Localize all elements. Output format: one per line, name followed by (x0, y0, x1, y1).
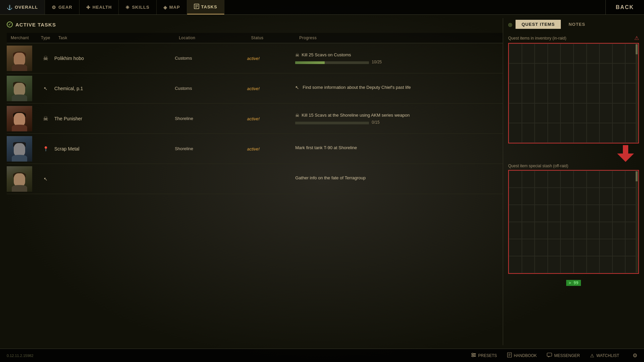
progress-desc-4: Mark first tank T-90 at Shoreline (295, 145, 503, 150)
grid-cell (560, 171, 574, 188)
merchant-face-2 (11, 81, 28, 101)
nav-item-tasks[interactable]: TASKS (187, 0, 224, 14)
settings-gear-icon[interactable]: ⚙ (633, 352, 637, 359)
grid-cell (599, 83, 612, 103)
tab-quest-items[interactable]: QUEST ITEMS (516, 20, 561, 29)
grid-cell (599, 239, 612, 256)
grid-cell (535, 256, 548, 273)
grid-cell (612, 188, 626, 205)
progress-bar-row-3: 0/15 (295, 120, 503, 125)
in-raid-label-text: Quest items in inventory (in-raid) (508, 36, 566, 41)
task-name-2: Chemical, p.1 (54, 86, 83, 91)
status-cell-2: active! (247, 73, 296, 104)
grid-cell (548, 222, 561, 239)
location-cell-5 (175, 164, 247, 194)
watchlist-label: WATCHLIST (596, 353, 619, 358)
nav-item-gear[interactable]: ⚙ GEAR (45, 0, 79, 14)
tasks-scroll-area[interactable]: Merchant Type Task Location Status Progr… (7, 33, 503, 194)
grid-cell (587, 103, 600, 123)
grid-cell (560, 188, 574, 205)
nav-item-skills[interactable]: ❈ SKILLS (119, 0, 156, 14)
grid-cell (535, 188, 548, 205)
status-badge-2: active! (247, 86, 260, 91)
bottom-item-watchlist[interactable]: ⚠ WATCHLIST (590, 353, 619, 358)
table-row[interactable]: Polikhim hobo Customs active! ☠ Kill 25 … (7, 43, 503, 73)
counter-row: > 99 (508, 280, 639, 286)
grid-cell (574, 188, 587, 205)
bottom-item-handbook[interactable]: HANDBOOK (507, 352, 537, 359)
grid-cell (587, 83, 600, 103)
location-4: Shoreline (175, 146, 193, 151)
bottom-item-messenger[interactable]: MESSENGER (547, 353, 580, 358)
task-name-cell-2: Chemical, p.1 (54, 73, 175, 104)
progress-text-5: Gather info on the fate of Terragroup (295, 175, 366, 180)
messenger-label: MESSENGER (554, 353, 580, 358)
gear-icon: ⚙ (52, 5, 56, 10)
status-cell-5 (247, 164, 296, 194)
grid-cell (548, 239, 561, 256)
table-row[interactable]: Scrap Metal Shoreline active! Mark first… (7, 134, 503, 164)
scroll-bar-in-raid[interactable] (636, 44, 638, 142)
grid-cell (548, 123, 561, 143)
grid-cell (560, 44, 574, 63)
grid-cell (522, 63, 535, 83)
grid-cell (574, 123, 587, 143)
table-row[interactable]: Gather info on the fate of Terragroup (7, 164, 503, 194)
tab-notes[interactable]: NOTES (562, 20, 591, 29)
nav-item-overall[interactable]: ⚓ OVERALL (0, 0, 45, 14)
grid-cell (509, 205, 522, 222)
grid-cell (522, 205, 535, 222)
task-name-cell-5 (54, 164, 175, 194)
grid-cell (535, 44, 548, 63)
nav-label-health: HEALTH (93, 5, 112, 10)
type-cell-2 (37, 73, 54, 104)
merchant-face-3 (11, 111, 28, 131)
location-2: Customs (175, 86, 192, 91)
task-name-cell-3: The Punisher (54, 104, 175, 134)
grid-cell (599, 103, 612, 123)
map-icon: ◈ (163, 5, 167, 10)
merchant-avatar-4 (7, 136, 32, 162)
grid-cell (612, 123, 626, 143)
grid-cell (509, 188, 522, 205)
progress-bar-container-3 (295, 122, 369, 124)
grid-cell (587, 171, 600, 188)
active-tasks-title: ACTIVE TASKS (15, 22, 56, 27)
table-row[interactable]: Chemical, p.1 Customs active! ↖ Find som… (7, 73, 503, 104)
grid-cells-in-raid (509, 44, 638, 143)
grid-cell (522, 123, 535, 143)
nav-item-map[interactable]: ◈ MAP (157, 0, 187, 14)
skull-small-icon-2: ☠ (295, 113, 300, 118)
type-cell-4 (37, 134, 54, 164)
grid-cell (599, 123, 612, 143)
grid-cell (612, 205, 626, 222)
grid-cell (599, 171, 612, 188)
merchant-face-5 (11, 172, 28, 192)
scroll-bar-off-raid[interactable] (636, 171, 638, 273)
nav-item-health[interactable]: ✚ HEALTH (79, 0, 119, 14)
grid-cell (612, 44, 626, 63)
merchant-face-4 (11, 141, 28, 162)
grid-cell (574, 44, 587, 63)
off-raid-label: Quest item special stash (off-raid) (508, 164, 639, 168)
progress-bar-row-1: 10/25 (295, 60, 503, 64)
back-label: BACK (616, 4, 634, 10)
presets-icon (471, 352, 476, 359)
status-cell-3: active! (247, 104, 296, 134)
progress-desc-5: Gather info on the fate of Terragroup (295, 175, 503, 180)
svg-rect-4 (623, 145, 628, 155)
bottom-item-presets[interactable]: PRESETS (471, 352, 497, 359)
down-arrow-icon (615, 145, 636, 162)
cursor-type-icon (44, 85, 48, 92)
col-task: Task (54, 33, 175, 43)
merchant-face (11, 51, 28, 71)
grid-cell (548, 171, 561, 188)
table-row[interactable]: The Punisher Shoreline active! ☠ Kill 15… (7, 104, 503, 134)
grid-cell (587, 44, 600, 63)
off-raid-section: Quest item special stash (off-raid) (508, 164, 639, 274)
back-button[interactable]: BACK (605, 0, 644, 14)
handbook-icon (507, 352, 512, 359)
watchlist-icon: ⚠ (590, 353, 594, 358)
location-3: Shoreline (175, 116, 193, 121)
grid-cell (574, 83, 587, 103)
